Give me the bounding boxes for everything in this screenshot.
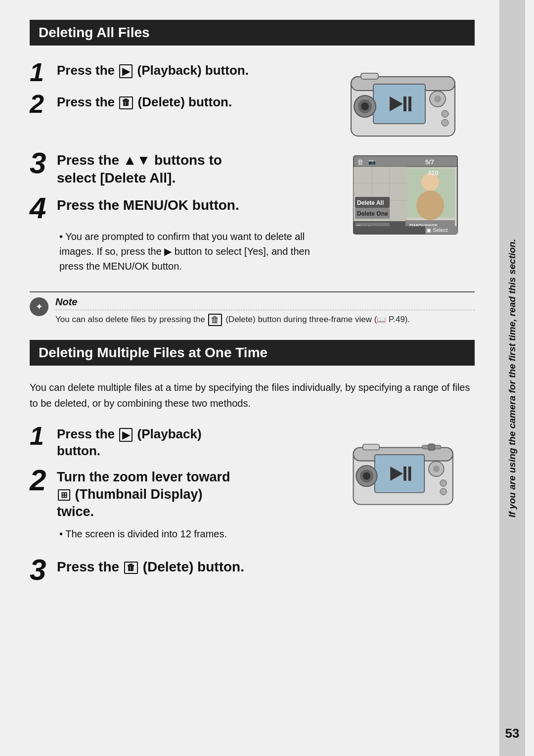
sec2-step1-text: Press the ▶ (Playback)button. — [57, 423, 202, 460]
note-divider — [55, 310, 475, 310]
svg-text:🗑: 🗑 — [357, 158, 363, 166]
step1-number: 1 — [30, 59, 57, 85]
delete-menu-screen: 🗑 📷 5/7 RMOV0005 — [351, 153, 460, 245]
step3-text: Press the ▲▼ buttons toselect [Delete Al… — [57, 148, 222, 188]
svg-text:5/7: 5/7 — [425, 158, 434, 166]
right-sidebar: If you are using the camera for the firs… — [499, 0, 525, 756]
thumbnail-symbol: ⊞ — [58, 489, 70, 501]
svg-point-48 — [440, 480, 446, 486]
step4-row: 4 Press the MENU/OK button. — [30, 193, 336, 223]
svg-text:Delete All: Delete All — [357, 199, 384, 206]
svg-rect-10 — [361, 73, 378, 79]
note-title: Note — [55, 296, 475, 308]
svg-rect-45 — [408, 467, 411, 481]
sec2-step3-text: Press the 🗑 (Delete) button. — [57, 555, 244, 576]
sec2-step1-row: 1 Press the ▶ (Playback)button. — [30, 423, 336, 460]
svg-point-47 — [433, 466, 440, 472]
note-icon — [30, 297, 48, 316]
step1-text: Press the ▶ (Playback) button. — [57, 59, 249, 79]
sec2-step2-text: Turn the zoom lever toward ⊞ (Thumbnail … — [57, 466, 230, 520]
section2-header: Deleting Multiple Files at One Time — [30, 340, 475, 366]
svg-rect-55 — [428, 444, 435, 450]
step4-number: 4 — [30, 193, 57, 223]
delete-symbol-1: 🗑 — [119, 96, 133, 109]
camera-image-1 — [346, 59, 465, 143]
svg-point-7 — [434, 95, 441, 102]
svg-point-9 — [442, 119, 448, 126]
svg-rect-50 — [363, 444, 380, 450]
sec2-step1-number: 1 — [30, 423, 57, 449]
step4-bullet: You are prompted to confirm that you wan… — [59, 229, 336, 274]
section1-title: Deleting All Files — [39, 25, 150, 40]
step2-text: Press the 🗑 (Delete) button. — [57, 91, 232, 111]
playback-symbol-2: ▶ — [119, 428, 133, 442]
note-box: Note You can also delete files by pressi… — [30, 291, 475, 326]
note-content: Note You can also delete files by pressi… — [55, 296, 475, 326]
sec2-step3-row: 3 Press the 🗑 (Delete) button. — [30, 555, 475, 585]
sec2-step2-row: 2 Turn the zoom lever toward ⊞ (Thumbnai… — [30, 466, 336, 520]
svg-point-49 — [440, 488, 446, 495]
step2-row: 2 Press the 🗑 (Delete) button. — [30, 91, 336, 117]
delete-symbol-sec2: 🗑 — [124, 562, 138, 574]
step4-text: Press the MENU/OK button. — [57, 193, 239, 214]
svg-text:Delete One: Delete One — [357, 210, 388, 217]
svg-point-8 — [442, 110, 448, 117]
svg-text:320: 320 — [428, 169, 439, 177]
svg-rect-44 — [403, 467, 406, 481]
step1-row: 1 Press the ▶ (Playback) button. — [30, 59, 336, 85]
svg-text:▣ Select: ▣ Select — [426, 227, 448, 233]
page-number: 53 — [499, 726, 525, 741]
sec2-step2-number: 2 — [30, 466, 57, 495]
svg-point-13 — [361, 102, 369, 110]
svg-rect-5 — [408, 96, 411, 111]
step3-row: 3 Press the ▲▼ buttons toselect [Delete … — [30, 148, 336, 188]
svg-point-21 — [416, 190, 444, 220]
section1-header: Deleting All Files — [30, 20, 475, 46]
note-body: You can also delete files by pressing th… — [55, 313, 475, 326]
sec2-step3-number: 3 — [30, 555, 57, 585]
sidebar-text: If you are using the camera for the firs… — [506, 239, 519, 518]
section2: Deleting Multiple Files at One Time You … — [30, 340, 475, 585]
delete-symbol-note: 🗑 — [208, 314, 222, 327]
step2-number: 2 — [30, 91, 57, 117]
section2-title: Deleting Multiple Files at One Time — [39, 345, 267, 360]
step3-number: 3 — [30, 148, 57, 178]
section2-intro: You can delete multiple files at a time … — [30, 379, 475, 411]
svg-text:📷: 📷 — [368, 158, 376, 165]
camera-image-2 — [349, 428, 462, 515]
svg-point-53 — [363, 472, 370, 480]
svg-rect-4 — [403, 96, 406, 111]
sec2-step2-bullet: • The screen is divided into 12 frames. — [59, 526, 336, 541]
playback-symbol-1: ▶ — [119, 64, 133, 78]
